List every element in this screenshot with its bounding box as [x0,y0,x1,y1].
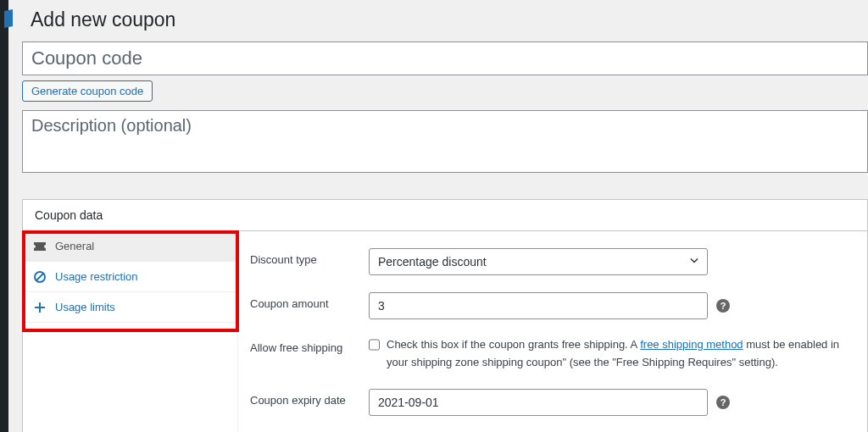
coupon-data-tabs: General Usage restriction Usage limits [23,231,238,432]
help-icon[interactable]: ? [716,299,730,313]
coupon-code-input[interactable] [22,42,868,75]
metabox-title: Coupon data [23,200,867,231]
free-shipping-checkbox[interactable] [369,338,380,352]
expiry-label: Coupon expiry date [250,389,369,407]
discount-type-label: Discount type [250,248,369,266]
tab-general-label: General [55,240,94,252]
free-shipping-method-link[interactable]: free shipping method [640,338,743,351]
description-input[interactable] [22,110,868,173]
free-shipping-description: Check this box if the coupon grants free… [387,336,855,372]
coupon-expiry-input[interactable] [369,389,708,416]
coupon-data-metabox: Coupon data General Usage restriction [22,199,868,432]
free-shipping-label: Allow free shipping [250,336,369,354]
svg-line-1 [36,274,43,280]
coupon-amount-label: Coupon amount [250,292,369,310]
tab-usage-restriction[interactable]: Usage restriction [23,262,237,292]
tab-usage-limits-label: Usage limits [55,301,115,313]
ticket-icon [33,242,47,251]
tab-general[interactable]: General [23,231,237,262]
page-title: Add new coupon [22,8,868,42]
plus-icon [33,302,47,313]
admin-sidebar-indicator [4,9,13,28]
admin-sidebar-collapsed [0,0,8,432]
generate-coupon-code-button[interactable]: Generate coupon code [22,80,153,102]
help-icon[interactable]: ? [716,396,730,409]
panel-general: Discount type Percentage discount [238,231,867,432]
no-entry-icon [33,271,47,283]
discount-type-select[interactable]: Percentage discount [369,248,708,275]
tab-usage-limits[interactable]: Usage limits [23,292,237,323]
tab-usage-restriction-label: Usage restriction [55,270,138,283]
coupon-amount-input[interactable] [369,292,708,319]
